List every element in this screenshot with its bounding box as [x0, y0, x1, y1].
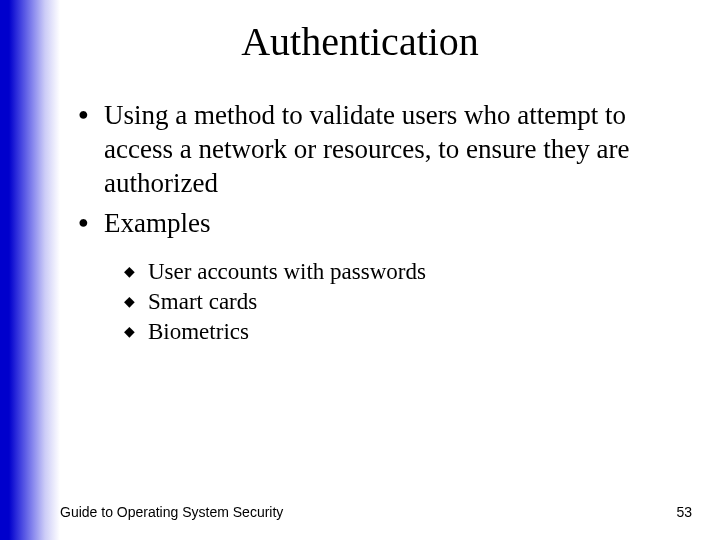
bullet-diamond-icon: ◆: [124, 258, 148, 286]
footer-text: Guide to Operating System Security: [60, 504, 283, 520]
list-item: ◆ Biometrics: [124, 318, 678, 346]
body-list: ● Using a method to validate users who a…: [78, 98, 678, 348]
list-item: ● Examples: [78, 206, 678, 240]
bullet-disc-icon: ●: [78, 206, 104, 238]
list-item-text: Smart cards: [148, 288, 257, 316]
slide-content: Authentication ● Using a method to valid…: [0, 0, 720, 540]
list-item: ◆ User accounts with passwords: [124, 258, 678, 286]
list-item: ◆ Smart cards: [124, 288, 678, 316]
slide-title: Authentication: [0, 18, 720, 65]
list-item-text: Biometrics: [148, 318, 249, 346]
bullet-disc-icon: ●: [78, 98, 104, 130]
list-item-text: Examples: [104, 206, 210, 240]
list-item-text: Using a method to validate users who att…: [104, 98, 678, 200]
list-item: ● Using a method to validate users who a…: [78, 98, 678, 200]
bullet-diamond-icon: ◆: [124, 288, 148, 316]
bullet-diamond-icon: ◆: [124, 318, 148, 346]
page-number: 53: [676, 504, 692, 520]
sub-list: ◆ User accounts with passwords ◆ Smart c…: [124, 258, 678, 346]
list-item-text: User accounts with passwords: [148, 258, 426, 286]
